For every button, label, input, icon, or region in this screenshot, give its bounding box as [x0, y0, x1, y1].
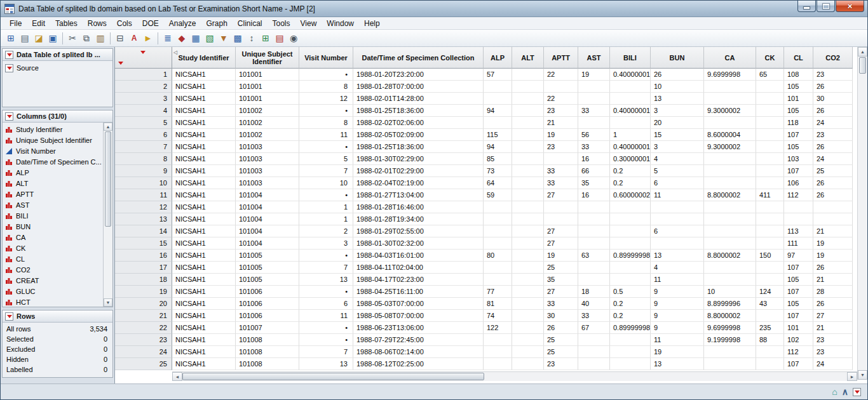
column-item-bili[interactable]: BILI — [5, 210, 102, 221]
table-cell[interactable]: 0.2 — [610, 310, 651, 322]
table-cell[interactable]: 112 — [784, 346, 813, 358]
table-cell[interactable] — [484, 262, 512, 274]
collapse-panel-icon[interactable]: ∧ — [842, 387, 848, 396]
table-cell[interactable]: 9 — [651, 310, 704, 322]
table-cell[interactable]: 101007 — [236, 322, 299, 334]
row-number-cell[interactable]: 14 — [115, 225, 172, 237]
table-cell[interactable] — [704, 93, 756, 105]
rows-stat-label[interactable]: Selected — [6, 335, 34, 343]
row-number-cell[interactable]: 9 — [115, 165, 172, 177]
table-cell[interactable]: 80 — [484, 250, 512, 262]
menu-cols[interactable]: Cols — [112, 18, 137, 29]
table-cell[interactable] — [578, 117, 610, 129]
table-cell[interactable] — [512, 334, 544, 346]
column-item-creat[interactable]: CREAT — [5, 275, 102, 286]
table-cell[interactable]: 107 — [784, 129, 813, 141]
table-cell[interactable] — [756, 213, 784, 225]
table-cell[interactable]: • — [299, 141, 353, 153]
table-cell[interactable]: 1988-01-25T18:36:00 — [353, 105, 484, 117]
row-number-cell[interactable]: 22 — [115, 322, 172, 334]
table-cell[interactable]: 33 — [578, 141, 610, 153]
table-cell[interactable] — [512, 141, 544, 153]
table-cell[interactable]: 0.89999998 — [610, 322, 651, 334]
table-cell[interactable] — [610, 262, 651, 274]
table-cell[interactable] — [651, 237, 704, 250]
table-cell[interactable] — [704, 81, 756, 93]
table-cell[interactable]: 101008 — [236, 346, 299, 358]
table-cell[interactable]: 101004 — [236, 201, 299, 213]
table-cell[interactable]: 97 — [784, 250, 813, 262]
table-cell[interactable]: 13 — [299, 274, 353, 286]
table-cell[interactable]: 2 — [299, 225, 353, 237]
scroll-down-icon[interactable]: ▼ — [858, 370, 867, 380]
table-cell[interactable]: 1988-02-01T14:28:00 — [353, 93, 484, 105]
open-file-icon[interactable]: ◪ — [32, 31, 46, 45]
menu-file[interactable]: File — [4, 18, 27, 29]
table-cell[interactable]: 33 — [578, 105, 610, 117]
table-cell[interactable]: 7 — [299, 165, 353, 177]
table-cell[interactable]: 3 — [651, 105, 704, 117]
table-cell[interactable]: 1988-04-25T16:11:00 — [353, 286, 484, 298]
table-cell[interactable] — [610, 358, 651, 370]
table-cell[interactable]: 10 — [299, 177, 353, 189]
table-cell[interactable]: 1988-02-04T02:19:00 — [353, 177, 484, 189]
table-cell[interactable]: 105 — [784, 81, 813, 93]
table-cell[interactable] — [484, 201, 512, 213]
table-cell[interactable]: NICSAH1 — [172, 358, 236, 370]
column-header-date-time-of-specimen-collection[interactable]: Date/Time of Specimen Collection — [353, 47, 484, 69]
table-cell[interactable]: 13 — [651, 93, 704, 105]
menu-rows[interactable]: Rows — [83, 18, 112, 29]
table-cell[interactable]: 9.6999998 — [704, 69, 756, 81]
table-cell[interactable]: 8.8000002 — [704, 310, 756, 322]
table-cell[interactable]: 81 — [484, 298, 512, 310]
table-cell[interactable]: 27 — [813, 310, 853, 322]
columns-menu-red-triangle-icon[interactable] — [140, 51, 146, 54]
row-number-cell[interactable]: 6 — [115, 129, 172, 141]
table-cell[interactable]: 26 — [544, 322, 578, 334]
row-number-cell[interactable]: 8 — [115, 153, 172, 165]
table-cell[interactable]: NICSAH1 — [172, 81, 236, 93]
table-cell[interactable]: NICSAH1 — [172, 153, 236, 165]
table-cell[interactable]: 8.8000002 — [704, 250, 756, 262]
table-cell[interactable]: 101003 — [236, 153, 299, 165]
menu-edit[interactable]: Edit — [27, 18, 50, 29]
column-header-study-identifier[interactable]: Study Identifier◁ — [172, 47, 236, 69]
table-cell[interactable] — [512, 237, 544, 250]
table-cell[interactable] — [578, 213, 610, 225]
table-cell[interactable]: 25 — [813, 165, 853, 177]
table-cell[interactable]: 56 — [578, 129, 610, 141]
table-cell[interactable] — [610, 93, 651, 105]
row-number-cell[interactable]: 18 — [115, 274, 172, 286]
table-cell[interactable]: 1 — [610, 129, 651, 141]
table-cell[interactable]: 26 — [813, 189, 853, 201]
table-cell[interactable]: 107 — [784, 310, 813, 322]
row-number-cell[interactable]: 4 — [115, 105, 172, 117]
scroll-down-icon[interactable]: ▼ — [104, 298, 112, 307]
table-cell[interactable] — [756, 141, 784, 153]
column-header-alt[interactable]: ALT — [512, 47, 544, 69]
table-cell[interactable]: 27 — [544, 225, 578, 237]
column-item-gluc[interactable]: GLUC — [5, 286, 102, 297]
table-cell[interactable] — [756, 93, 784, 105]
table-cell[interactable]: 24 — [813, 153, 853, 165]
cut-icon[interactable]: ✂ — [65, 31, 79, 45]
column-item-co2[interactable]: CO2 — [5, 264, 102, 275]
table-cell[interactable]: 18 — [578, 286, 610, 298]
rows-stat-label[interactable]: All rows — [6, 325, 31, 333]
table-cell[interactable]: 19 — [544, 129, 578, 141]
table-cell[interactable]: 107 — [784, 286, 813, 298]
table-cell[interactable]: 9 — [651, 298, 704, 310]
table-cell[interactable] — [813, 213, 853, 225]
row-number-cell[interactable]: 17 — [115, 262, 172, 274]
new-data-table-icon[interactable]: ⊞ — [4, 31, 18, 45]
table-cell[interactable]: 1988-01-25T18:36:00 — [353, 141, 484, 153]
table-cell[interactable]: NICSAH1 — [172, 225, 236, 237]
table-cell[interactable]: 21 — [813, 225, 853, 237]
red-triangle-menu-icon[interactable] — [853, 388, 861, 396]
table-cell[interactable]: 1988-04-17T02:23:00 — [353, 274, 484, 286]
table-cell[interactable] — [784, 213, 813, 225]
row-number-cell[interactable]: 25 — [115, 358, 172, 370]
scroll-left-icon[interactable]: ◄ — [172, 372, 182, 381]
table-cell[interactable]: 10 — [651, 81, 704, 93]
column-item-hct[interactable]: HCT — [5, 297, 102, 307]
